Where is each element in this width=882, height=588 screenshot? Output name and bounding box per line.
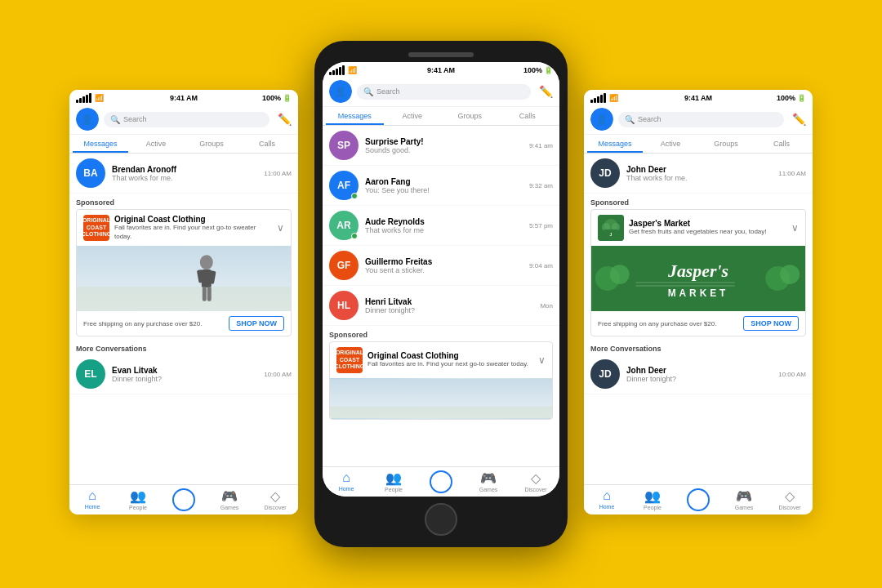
people-icon: 👥 — [130, 488, 146, 504]
center-bottom-nav: ⌂ Home 👥 People 🎮 Games ◇ — [323, 466, 559, 497]
tab-active-left[interactable]: Active — [128, 135, 184, 153]
left-messages: BA Brendan Aronoff That works for me. 11… — [69, 154, 298, 484]
left-header: 👤 🔍 Search ✏️ — [69, 105, 298, 135]
list-item[interactable]: AR Aude Reynolds That works for me 5:57 … — [323, 206, 559, 246]
right-edit-icon[interactable]: ✏️ — [792, 113, 806, 126]
chevron-down-icon: ∨ — [538, 354, 546, 366]
left-ad-image — [77, 246, 291, 311]
right-ad-card: J Jasper's Market Get fresh fruits and v… — [590, 209, 806, 336]
svg-point-18 — [610, 265, 630, 284]
left-search-bar[interactable]: 🔍 Search — [104, 112, 270, 127]
left-sponsored-label: Sponsored — [69, 194, 298, 209]
list-item[interactable]: JD John Deer Dinner tonight? 10:00 AM — [584, 354, 813, 394]
right-tabs: Messages Active Groups Calls — [584, 135, 813, 154]
home-icon: ⌂ — [603, 488, 611, 503]
avatar: AR — [329, 211, 359, 240]
right-shop-now-button[interactable]: SHOP NOW — [743, 316, 799, 331]
tab-groups-right[interactable]: Groups — [698, 135, 754, 153]
svg-rect-9 — [330, 407, 552, 418]
svg-rect-7 — [207, 287, 212, 301]
list-item[interactable]: HL Henri Litvak Dinner tonight? Mon — [323, 286, 559, 326]
tab-messages-right[interactable]: Messages — [587, 135, 643, 153]
nav-people-center[interactable]: 👥 People — [370, 470, 417, 493]
nav-home-left[interactable]: ⌂ Home — [69, 488, 115, 511]
tab-groups-center[interactable]: Groups — [441, 107, 499, 125]
nav-people-right[interactable]: 👥 People — [630, 488, 675, 511]
center-edit-icon[interactable]: ✏️ — [539, 85, 553, 98]
center-messages: SP Surprise Party! Sounds good. 9:41 am … — [323, 126, 559, 466]
svg-text:Jasper's: Jasper's — [667, 261, 728, 281]
tab-messages-left[interactable]: Messages — [73, 135, 128, 153]
discover-icon: ◇ — [531, 470, 541, 486]
left-bottom-nav: ⌂ Home 👥 People 🎮 Games ◇ Discover — [69, 484, 298, 514]
tab-messages-center[interactable]: Messages — [326, 107, 384, 125]
home-icon: ⌂ — [342, 470, 350, 485]
right-header: 👤 🔍 Search ✏️ — [584, 105, 813, 135]
tab-active-right[interactable]: Active — [643, 135, 698, 153]
center-time: 9:41 AM — [427, 66, 455, 74]
search-icon: 🔍 — [363, 87, 373, 96]
left-shop-now-button[interactable]: SHOP NOW — [229, 316, 284, 331]
left-user-avatar: 👤 — [76, 108, 99, 131]
list-item[interactable]: JD John Deer That works for me. 11:00 AM — [584, 154, 813, 194]
avatar: JD — [590, 158, 620, 188]
center-search-bar[interactable]: 🔍 Search — [357, 84, 531, 100]
discover-icon: ◇ — [785, 488, 795, 504]
games-icon: 🎮 — [480, 470, 497, 486]
chevron-down-icon: ∨ — [277, 222, 284, 234]
list-item[interactable]: AF Aaron Fang You: See you there! 9:32 a… — [323, 166, 559, 206]
svg-text:MARKET: MARKET — [668, 287, 729, 299]
left-phone: 📶 9:41 AM 100% 🔋 👤 🔍 Search ✏️ — [69, 90, 298, 514]
right-bottom-nav: ⌂ Home 👥 People 🎮 Games ◇ Discover — [584, 484, 813, 514]
nav-games-center[interactable]: 🎮 Games — [465, 470, 512, 493]
nav-games-left[interactable]: 🎮 Games — [207, 488, 252, 511]
nav-discover-center[interactable]: ◇ Discover — [512, 470, 559, 493]
discover-icon: ◇ — [270, 488, 280, 504]
nav-discover-right[interactable]: ◇ Discover — [767, 488, 813, 511]
tab-groups-left[interactable]: Groups — [184, 135, 239, 153]
tab-calls-center[interactable]: Calls — [499, 107, 557, 125]
center-notch — [408, 52, 474, 57]
tab-calls-right[interactable]: Calls — [754, 135, 809, 153]
right-search-bar[interactable]: 🔍 Search — [618, 112, 784, 127]
games-icon: 🎮 — [221, 488, 238, 504]
nav-center-center[interactable] — [417, 470, 465, 493]
tab-calls-left[interactable]: Calls — [239, 135, 295, 153]
nav-home-right[interactable]: ⌂ Home — [584, 488, 630, 511]
center-sponsored-label: Sponsored — [323, 326, 559, 341]
center-tabs: Messages Active Groups Calls — [323, 107, 559, 126]
svg-point-2 — [200, 255, 213, 270]
right-more-label: More Conversations — [584, 341, 813, 354]
svg-rect-6 — [203, 287, 207, 301]
right-time: 9:41 AM — [684, 94, 712, 102]
list-item[interactable]: SP Surprise Party! Sounds good. 9:41 am — [323, 126, 559, 166]
nav-home-center[interactable]: ⌂ Home — [323, 470, 370, 493]
avatar: JD — [590, 359, 620, 389]
tab-active-center[interactable]: Active — [384, 107, 442, 125]
avatar: EL — [76, 359, 105, 389]
list-item[interactable]: GF Guillermo Freitas You sent a sticker.… — [323, 246, 559, 286]
list-item[interactable]: EL Evan Litvak Dinner tonight? 10:00 AM — [69, 354, 298, 394]
left-time: 9:41 AM — [170, 94, 198, 102]
games-icon: 🎮 — [736, 488, 752, 504]
left-battery: 100% — [262, 94, 281, 102]
center-screen: 📶 9:41 AM 100% 🔋 👤 🔍 Search — [323, 62, 559, 497]
left-ad-card: ORIGINALCOASTCLOTHING Original Coast Clo… — [76, 209, 292, 336]
occ-logo: ORIGINALCOASTCLOTHING — [83, 215, 109, 241]
nav-center-right[interactable] — [675, 488, 721, 511]
left-edit-icon[interactable]: ✏️ — [278, 113, 292, 126]
center-home-button[interactable] — [425, 503, 457, 536]
nav-discover-left[interactable]: ◇ Discover — [252, 488, 298, 511]
people-icon: 👥 — [385, 470, 402, 486]
right-status-bar: 📶 9:41 AM 100% 🔋 — [584, 90, 813, 105]
home-icon: ⌂ — [88, 488, 96, 503]
center-occ-logo: ORIGINALCOASTCLOTHING — [336, 347, 363, 373]
nav-games-right[interactable]: 🎮 Games — [721, 488, 767, 511]
svg-point-20 — [780, 265, 800, 284]
nav-people-left[interactable]: 👥 People — [115, 488, 161, 511]
right-ad-image: Jasper's MARKET — [591, 246, 805, 311]
list-item[interactable]: BA Brendan Aronoff That works for me. 11… — [69, 154, 298, 194]
nav-center-left[interactable] — [161, 488, 207, 511]
chevron-down-icon: ∨ — [791, 222, 799, 234]
avatar: BA — [76, 158, 105, 188]
